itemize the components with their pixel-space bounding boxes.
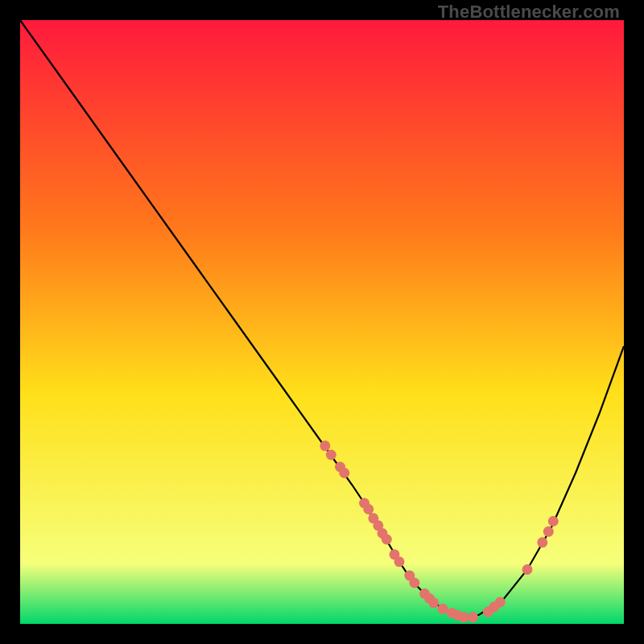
data-point bbox=[548, 516, 559, 526]
data-point bbox=[522, 564, 533, 575]
data-point bbox=[459, 612, 469, 622]
data-point bbox=[468, 612, 478, 622]
data-point bbox=[394, 556, 405, 567]
data-point bbox=[543, 526, 554, 537]
gradient-background bbox=[20, 20, 624, 624]
data-point bbox=[428, 597, 439, 608]
chart-frame bbox=[20, 20, 624, 624]
data-point bbox=[382, 535, 392, 545]
bottleneck-chart bbox=[20, 20, 624, 624]
data-point bbox=[326, 450, 336, 460]
data-point bbox=[495, 597, 506, 608]
data-point bbox=[537, 537, 547, 547]
data-point bbox=[320, 440, 330, 451]
data-point bbox=[339, 468, 349, 478]
data-point bbox=[409, 578, 419, 588]
data-point bbox=[363, 504, 374, 514]
data-point bbox=[438, 604, 448, 614]
